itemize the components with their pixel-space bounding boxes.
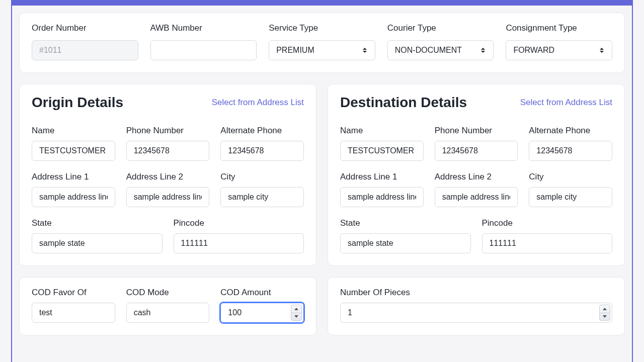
destination-phone-label: Phone Number <box>435 126 518 136</box>
destination-title: Destination Details <box>340 95 467 111</box>
service-type-select[interactable]: PREMIUM <box>269 40 375 60</box>
chevron-updown-icon <box>600 47 605 54</box>
awb-number-input[interactable] <box>150 40 257 60</box>
svg-marker-3 <box>603 315 607 318</box>
cod-favor-input[interactable] <box>32 303 115 323</box>
service-type-value: PREMIUM <box>276 46 314 55</box>
origin-phone-input[interactable] <box>126 141 210 161</box>
page-frame: Order Number AWB Number Service Type PRE… <box>11 6 633 362</box>
destination-city-label: City <box>529 172 612 182</box>
destination-addr2-label: Address Line 2 <box>435 172 518 182</box>
destination-phone-input[interactable] <box>435 141 518 161</box>
pieces-label: Number Of Pieces <box>340 288 612 298</box>
destination-name-label: Name <box>340 126 424 136</box>
destination-city-input[interactable] <box>529 187 612 207</box>
destination-altphone-label: Alternate Phone <box>529 126 612 136</box>
origin-select-address-link[interactable]: Select from Address List <box>212 98 304 108</box>
origin-addr2-input[interactable] <box>126 187 210 207</box>
destination-select-address-link[interactable]: Select from Address List <box>520 98 612 108</box>
pieces-input[interactable] <box>340 303 612 323</box>
order-header-card: Order Number AWB Number Service Type PRE… <box>19 13 625 73</box>
svg-marker-1 <box>294 315 298 318</box>
destination-card: Destination Details Select from Address … <box>328 84 625 266</box>
origin-addr1-label: Address Line 1 <box>32 172 115 182</box>
cod-amount-label: COD Amount <box>220 288 304 298</box>
service-type-label: Service Type <box>269 23 375 33</box>
origin-pincode-label: Pincode <box>174 218 304 228</box>
destination-state-input[interactable] <box>340 233 471 253</box>
svg-marker-2 <box>603 308 607 310</box>
origin-altphone-input[interactable] <box>220 141 304 161</box>
stepper-down-icon[interactable] <box>291 313 301 321</box>
svg-marker-0 <box>294 308 298 310</box>
origin-addr2-label: Address Line 2 <box>126 172 210 182</box>
destination-pincode-label: Pincode <box>482 218 613 228</box>
pieces-stepper[interactable] <box>599 305 610 321</box>
origin-title: Origin Details <box>32 95 123 111</box>
stepper-up-icon[interactable] <box>600 305 610 313</box>
courier-type-value: NON-DOCUMENT <box>395 46 462 55</box>
pieces-card: Number Of Pieces <box>328 277 625 335</box>
chevron-updown-icon <box>481 47 486 54</box>
cod-card: COD Favor Of COD Mode COD Amount <box>19 277 316 335</box>
origin-pincode-input[interactable] <box>174 233 304 253</box>
origin-name-input[interactable] <box>32 141 115 161</box>
origin-addr1-input[interactable] <box>32 187 115 207</box>
destination-addr1-label: Address Line 1 <box>340 172 424 182</box>
consignment-type-select[interactable]: FORWARD <box>506 40 612 60</box>
stepper-up-icon[interactable] <box>291 305 301 313</box>
cod-amount-stepper[interactable] <box>291 305 302 321</box>
destination-addr2-input[interactable] <box>435 187 518 207</box>
order-number-input[interactable] <box>32 40 138 60</box>
courier-type-select[interactable]: NON-DOCUMENT <box>387 40 494 60</box>
courier-type-label: Courier Type <box>387 23 494 33</box>
origin-city-input[interactable] <box>220 187 304 207</box>
origin-state-label: State <box>32 218 163 228</box>
origin-state-input[interactable] <box>32 233 163 253</box>
destination-addr1-input[interactable] <box>340 187 424 207</box>
cod-mode-input[interactable] <box>126 303 210 323</box>
cod-favor-label: COD Favor Of <box>32 288 115 298</box>
consignment-type-value: FORWARD <box>513 46 554 55</box>
destination-altphone-input[interactable] <box>529 141 612 161</box>
origin-city-label: City <box>220 172 304 182</box>
awb-number-label: AWB Number <box>150 23 257 33</box>
consignment-type-label: Consignment Type <box>506 23 612 33</box>
origin-card: Origin Details Select from Address List … <box>19 84 316 266</box>
stepper-down-icon[interactable] <box>600 313 610 321</box>
chevron-updown-icon <box>363 47 368 54</box>
destination-name-input[interactable] <box>340 141 424 161</box>
origin-altphone-label: Alternate Phone <box>220 126 304 136</box>
origin-name-label: Name <box>32 126 115 136</box>
destination-pincode-input[interactable] <box>482 233 613 253</box>
origin-phone-label: Phone Number <box>126 126 210 136</box>
accent-bar <box>11 0 633 6</box>
order-number-label: Order Number <box>32 23 138 33</box>
cod-mode-label: COD Mode <box>126 288 210 298</box>
destination-state-label: State <box>340 218 471 228</box>
